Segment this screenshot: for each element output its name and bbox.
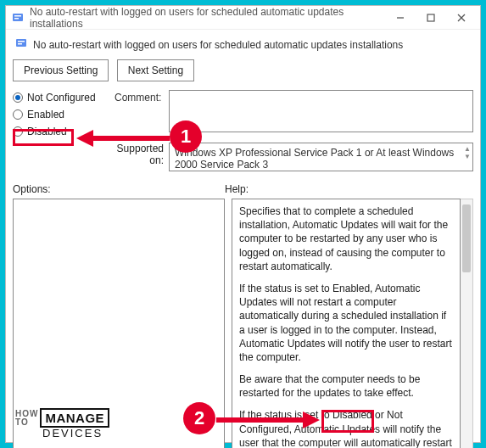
radio-label: Not Configured bbox=[27, 92, 96, 104]
window-title: No auto-restart with logged on users for… bbox=[30, 6, 385, 30]
svg-rect-7 bbox=[16, 39, 26, 47]
help-text: Be aware that the computer needs to be r… bbox=[239, 372, 453, 400]
supported-text: Windows XP Professional Service Pack 1 o… bbox=[175, 147, 454, 171]
svg-rect-8 bbox=[18, 41, 25, 42]
radio-icon bbox=[13, 92, 23, 103]
svg-rect-9 bbox=[18, 43, 22, 45]
nav-row: Previous Setting Next Setting bbox=[13, 58, 473, 90]
radio-label: Disabled bbox=[27, 126, 67, 137]
svg-rect-2 bbox=[14, 18, 19, 20]
scrollbar-thumb[interactable] bbox=[462, 204, 471, 272]
supported-label: Supported on: bbox=[115, 143, 169, 166]
scroll-arrows-icon[interactable]: ▲▼ bbox=[464, 145, 471, 160]
svg-rect-4 bbox=[427, 14, 434, 21]
policy-name: No auto-restart with logged on users for… bbox=[33, 39, 403, 51]
radio-disabled[interactable]: Disabled bbox=[13, 126, 115, 137]
previous-setting-button[interactable]: Previous Setting bbox=[13, 59, 109, 81]
state-radiogroup: Not Configured Enabled Disabled bbox=[13, 90, 115, 137]
gpedit-policy-window: No auto-restart with logged on users for… bbox=[5, 5, 481, 443]
comment-textbox[interactable] bbox=[169, 90, 473, 132]
maximize-button[interactable] bbox=[416, 8, 446, 28]
help-text: If the status is set to Disabled or Not … bbox=[239, 408, 453, 448]
help-text: If the status is set to Enabled, Automat… bbox=[239, 282, 453, 364]
radio-icon bbox=[13, 109, 23, 120]
content-area: No auto-restart with logged on users for… bbox=[6, 30, 480, 448]
radio-icon bbox=[13, 126, 23, 137]
minimize-button[interactable] bbox=[385, 8, 416, 28]
next-setting-button[interactable]: Next Setting bbox=[117, 59, 194, 81]
titlebar: No auto-restart with logged on users for… bbox=[6, 6, 480, 30]
close-button[interactable] bbox=[446, 8, 477, 28]
help-label: Help: bbox=[225, 183, 249, 195]
help-scrollbar[interactable] bbox=[461, 199, 473, 448]
svg-rect-0 bbox=[13, 14, 23, 21]
options-panel bbox=[13, 199, 225, 448]
supported-textbox: Windows XP Professional Service Pack 1 o… bbox=[169, 143, 473, 171]
policy-subheader: No auto-restart with logged on users for… bbox=[13, 33, 473, 58]
radio-enabled[interactable]: Enabled bbox=[13, 109, 115, 120]
help-text: Specifies that to complete a scheduled i… bbox=[239, 204, 453, 273]
comment-label: Comment: bbox=[115, 90, 169, 104]
radio-label: Enabled bbox=[27, 109, 64, 120]
policy-icon bbox=[14, 36, 28, 53]
help-panel: Specifies that to complete a scheduled i… bbox=[232, 199, 461, 448]
policy-icon bbox=[11, 11, 25, 25]
radio-not-configured[interactable]: Not Configured bbox=[13, 92, 115, 104]
options-label: Options: bbox=[13, 183, 225, 195]
svg-rect-1 bbox=[14, 15, 21, 17]
